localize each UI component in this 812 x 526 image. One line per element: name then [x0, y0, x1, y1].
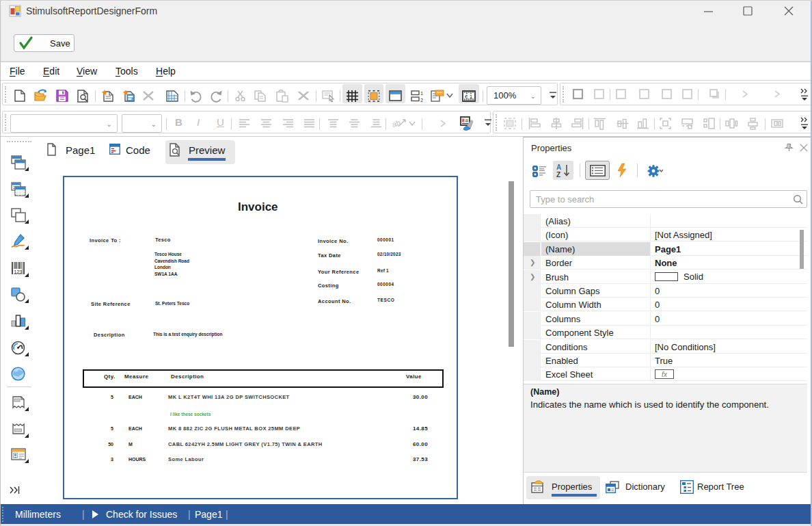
svg-text:1: 1: [420, 90, 423, 96]
svg-text:2: 2: [420, 97, 423, 103]
svg-text:123: 123: [14, 269, 23, 274]
svg-text:Z: Z: [556, 171, 560, 179]
svg-text:1: 1: [470, 94, 472, 100]
svg-text:ab: ab: [391, 118, 402, 129]
svg-text:A: A: [556, 163, 561, 171]
